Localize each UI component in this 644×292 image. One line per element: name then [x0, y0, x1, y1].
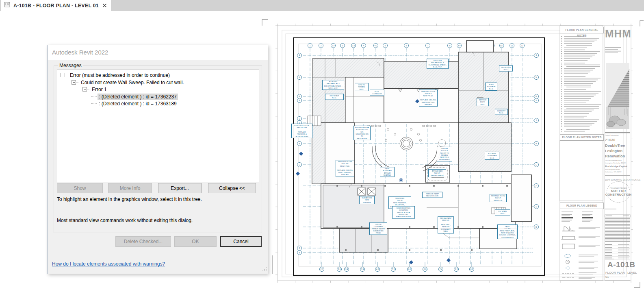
tree-connector	[91, 103, 97, 104]
svg-text:2.8: 2.8	[338, 268, 341, 270]
svg-text:G: G	[536, 164, 537, 166]
view-tab-bar: A-101B - FLOOR PLAN - LEVEL 01	[0, 0, 644, 11]
svg-text:5: 5	[385, 45, 386, 47]
svg-text:J: J	[299, 122, 300, 124]
svg-text:4.6: 4.6	[376, 268, 379, 270]
svg-text:2.1: 2.1	[321, 268, 323, 270]
tree-item[interactable]: : (Deleted element ) : id = 17363189	[57, 100, 259, 107]
svg-text:F: F	[536, 185, 537, 187]
tab-a101b-floor-plan[interactable]: A-101B - FLOOR PLAN - LEVEL 01	[1, 0, 111, 11]
svg-text:H: H	[299, 143, 300, 145]
sheet-icon	[4, 2, 11, 9]
svg-text:8.2: 8.2	[455, 268, 458, 270]
tree-connector	[87, 89, 90, 89]
show-button[interactable]: Show	[57, 183, 103, 193]
tree-connector	[76, 82, 79, 83]
tree-item-label[interactable]: : (Deleted element ) : id = 17363189	[98, 100, 178, 107]
svg-text:5.2: 5.2	[392, 268, 395, 270]
svg-text:11: 11	[511, 45, 513, 47]
svg-text:3.9: 3.9	[361, 268, 364, 270]
svg-text:J: J	[536, 120, 537, 122]
svg-text:8.8: 8.8	[471, 268, 473, 270]
export-button[interactable]: Export...	[158, 183, 202, 193]
svg-text:1: 1	[310, 45, 311, 47]
resize-grip[interactable]	[262, 267, 267, 273]
revit-warning-dialog: Autodesk Revit 2022 Messages Error (must…	[48, 45, 268, 274]
delete-checked-button[interactable]: Delete Checked...	[115, 236, 171, 247]
messages-group-label: Messages	[58, 63, 83, 68]
tree-item-label[interactable]: : (Deleted element ) : id = 17362237	[98, 94, 178, 100]
tree-item-label[interactable]: Could not create Wall Sweep. Failed to c…	[80, 79, 185, 86]
svg-text:4: 4	[363, 45, 364, 47]
svg-text:2.5: 2.5	[332, 45, 335, 47]
help-link[interactable]: How do I locate elements associated with…	[52, 261, 165, 267]
hint-commands: Most standard view commands work without…	[57, 218, 193, 223]
tree-item-label[interactable]: Error (must be addressed in order to con…	[69, 72, 171, 78]
close-icon[interactable]	[102, 3, 107, 8]
svg-text:H: H	[536, 143, 537, 145]
svg-text:L: L	[299, 118, 300, 120]
tree-connector	[91, 96, 97, 97]
collapse-button[interactable]: Collapse <<	[208, 183, 256, 193]
svg-text:M: M	[536, 96, 537, 98]
building-outline	[312, 41, 531, 252]
more-info-button[interactable]: More Info	[108, 183, 152, 193]
tree-item[interactable]: Could not create Wall Sweep. Failed to c…	[57, 79, 259, 86]
svg-text:G: G	[299, 164, 300, 166]
svg-text:6: 6	[406, 45, 407, 47]
tree-item[interactable]: : (Deleted element ) : id = 17362237	[57, 93, 259, 100]
svg-text:7: 7	[427, 45, 429, 47]
tree-item[interactable]: Error (must be addressed in order to con…	[57, 72, 259, 78]
svg-text:8.4: 8.4	[458, 45, 461, 47]
svg-text:N: N	[536, 76, 537, 78]
message-tree[interactable]: Error (must be addressed in order to con…	[57, 70, 259, 183]
cancel-button[interactable]: Cancel	[220, 236, 262, 247]
tree-connector	[65, 75, 68, 75]
svg-text:3.6: 3.6	[352, 45, 355, 47]
tree-item[interactable]: Error 1	[57, 86, 259, 93]
svg-text:N: N	[299, 76, 300, 78]
svg-text:P: P	[536, 54, 537, 57]
svg-text:E: E	[536, 206, 537, 208]
revit-window: A-101B - FLOOR PLAN - LEVEL 01	[0, 0, 644, 292]
titleblock-graphics	[560, 36, 630, 281]
svg-text:P: P	[299, 54, 300, 57]
svg-text:8: 8	[449, 45, 451, 47]
ok-button[interactable]: OK	[174, 236, 217, 247]
svg-text:6.1: 6.1	[408, 268, 411, 270]
svg-text:2: 2	[321, 45, 322, 47]
hint-highlight: To highlight an element in the graphics …	[57, 196, 202, 202]
dialog-title: Autodesk Revit 2022	[52, 49, 108, 56]
svg-text:12: 12	[521, 45, 523, 47]
svg-text:B: B	[299, 252, 300, 254]
tree-item-label[interactable]: Error 1	[91, 86, 108, 93]
svg-text:3: 3	[342, 45, 343, 47]
svg-text:3.4: 3.4	[345, 268, 348, 270]
svg-text:M: M	[299, 96, 300, 98]
svg-text:10.6: 10.6	[500, 45, 504, 47]
tab-title: A-101B - FLOOR PLAN - LEVEL 01	[13, 3, 99, 9]
svg-text:4.2: 4.2	[375, 45, 377, 47]
svg-text:7.4: 7.4	[440, 268, 442, 270]
svg-text:6.8: 6.8	[424, 268, 427, 270]
